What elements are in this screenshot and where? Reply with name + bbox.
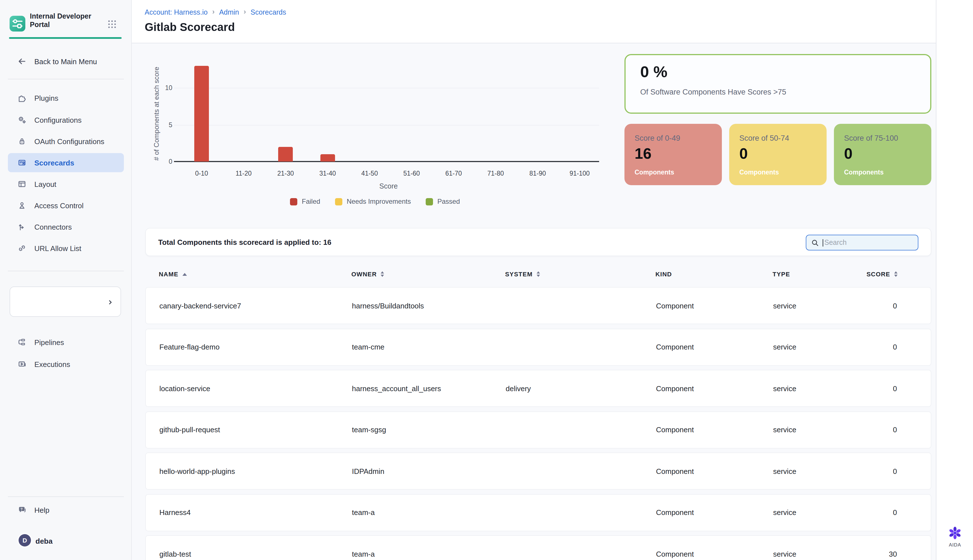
app-grid-icon[interactable] <box>107 19 117 29</box>
column-header-owner[interactable]: OWNER <box>351 271 505 277</box>
breadcrumb-link[interactable]: Scorecards <box>250 8 286 16</box>
cell-owner: IDPAdmin <box>352 467 506 475</box>
sidebar-item-executions[interactable]: Executions <box>0 355 132 374</box>
user-avatar[interactable]: D <box>18 534 31 547</box>
help-chat-icon: ? <box>17 505 27 514</box>
legend-label: Failed <box>302 198 320 205</box>
puzzle-icon <box>17 93 27 102</box>
legend-swatch <box>290 198 297 205</box>
breadcrumb-separator-icon: › <box>244 7 246 16</box>
help-button[interactable]: ? Help <box>0 500 132 520</box>
svg-text:?: ? <box>20 507 23 511</box>
arrow-left-icon <box>17 57 27 66</box>
sidebar: Internal Developer Portal Back to Main M… <box>0 0 132 560</box>
score-range-value: 0 <box>739 145 748 163</box>
cell-name: github-pull-request <box>159 425 352 434</box>
cell-kind: Component <box>656 343 773 351</box>
cell-type: service <box>773 343 853 351</box>
column-header-score[interactable]: SCORE <box>853 271 898 277</box>
back-label: Back to Main Menu <box>34 57 97 65</box>
sidebar-divider <box>8 271 124 271</box>
breadcrumb-link[interactable]: Admin <box>219 8 239 16</box>
app-window: Internal Developer Portal Back to Main M… <box>0 0 973 560</box>
cell-score: 0 <box>853 384 897 393</box>
help-label: Help <box>34 506 50 514</box>
cell-system: delivery <box>506 384 656 393</box>
score-range-title: Score of 75-100 <box>844 134 898 142</box>
table-row[interactable]: github-pull-requestteam-sgsgComponentser… <box>145 411 931 448</box>
chart-x-tick: 0-10 <box>184 170 220 177</box>
chart-x-axis-title: Score <box>355 182 422 190</box>
score-range-card: Score of 50-740Components <box>729 124 826 185</box>
cell-owner: team-sgsg <box>352 425 506 434</box>
lock-icon <box>17 137 27 146</box>
sidebar-item-label: Scorecards <box>34 158 74 167</box>
back-to-main-menu[interactable]: Back to Main Menu <box>0 52 132 71</box>
chart-y-tick: 0 <box>158 158 172 165</box>
breadcrumb: Account: Harness.io›Admin›Scorecards <box>145 8 286 16</box>
chart-y-tick: 5 <box>158 121 172 128</box>
project-selector[interactable]: PROJECT Default Project <box>10 287 121 317</box>
column-label: NAME <box>159 271 179 277</box>
sidebar-item-url-allow-list[interactable]: URL Allow List <box>0 238 132 258</box>
chart-x-tick: 71-80 <box>477 170 514 177</box>
sort-down-icon <box>894 275 898 277</box>
search-icon <box>811 238 819 247</box>
brand-underline <box>9 37 122 39</box>
sidebar-item-connectors[interactable]: Connectors <box>0 217 132 237</box>
table-row[interactable]: Feature-flag-demoteam-cmeComponentservic… <box>145 328 931 365</box>
table-row[interactable]: Harness4team-aComponentservice0 <box>145 494 931 531</box>
legend-item: Passed <box>426 198 460 205</box>
column-header-system[interactable]: SYSTEM <box>505 271 656 277</box>
legend-swatch <box>426 198 433 205</box>
sidebar-item-configurations[interactable]: Configurations <box>0 110 132 130</box>
sidebar-item-plugins[interactable]: Plugins <box>0 88 132 107</box>
sidebar-item-scorecards[interactable]: Scorecards <box>8 153 124 172</box>
person-icon <box>17 201 27 210</box>
aida-label: AIDA <box>949 542 961 548</box>
chart-x-tick: 31-40 <box>310 170 346 177</box>
legend-label: Passed <box>437 198 460 205</box>
cell-owner: harness/Buildandtools <box>352 302 506 310</box>
total-components-label: Total Components this scorecard is appli… <box>158 238 331 247</box>
sort-down-icon <box>381 275 384 277</box>
search-input[interactable]: Search <box>806 235 918 250</box>
cell-owner: team-cme <box>352 343 506 351</box>
column-header-name[interactable]: NAME <box>159 271 351 277</box>
legend-swatch <box>335 198 342 205</box>
text-caret <box>823 239 823 246</box>
percent-value: 0 % <box>640 63 668 81</box>
sidebar-divider <box>8 79 124 79</box>
column-label: SCORE <box>866 271 890 277</box>
table-header: NAMEOWNERSYSTEMKINDTYPESCORE <box>145 266 931 282</box>
link-icon <box>17 244 27 253</box>
sort-up-icon <box>381 271 384 273</box>
aida-button[interactable]: AIDA <box>936 526 973 548</box>
cell-kind: Component <box>656 384 773 393</box>
score-range-caption: Components <box>739 169 779 176</box>
table-row[interactable]: location-serviceharness_account_all_user… <box>145 370 931 407</box>
sidebar-item-oauth-configurations[interactable]: OAuth Configurations <box>0 132 132 151</box>
column-label: TYPE <box>773 271 790 277</box>
sort-icon <box>894 271 898 277</box>
cell-type: service <box>773 302 853 310</box>
score-range-caption: Components <box>844 169 884 176</box>
cell-kind: Component <box>656 467 773 475</box>
cell-name: Feature-flag-demo <box>159 343 352 351</box>
score-range-title: Score of 0-49 <box>634 134 680 142</box>
cell-owner: team-a <box>352 550 506 558</box>
chart-gridline <box>174 125 599 125</box>
table-row[interactable]: canary-backend-service7harness/Buildandt… <box>145 287 931 324</box>
legend-label: Needs Improvements <box>347 198 411 205</box>
sidebar-item-layout[interactable]: Layout <box>0 175 132 193</box>
cell-name: location-service <box>159 384 352 393</box>
score-range-value: 16 <box>634 145 651 163</box>
table-row[interactable]: hello-world-app-pluginsIDPAdminComponent… <box>145 453 931 490</box>
table-row[interactable]: gitlab-testteam-aComponentservice30 <box>145 535 931 560</box>
percent-summary-card: 0 % Of Software Components Have Scores >… <box>624 54 931 114</box>
sidebar-item-pipelines[interactable]: Pipelines <box>0 333 132 352</box>
layout-icon <box>17 180 27 188</box>
cell-owner: harness_account_all_users <box>352 384 506 393</box>
sidebar-item-access-control[interactable]: Access Control <box>0 196 132 215</box>
breadcrumb-link[interactable]: Account: Harness.io <box>145 8 208 16</box>
